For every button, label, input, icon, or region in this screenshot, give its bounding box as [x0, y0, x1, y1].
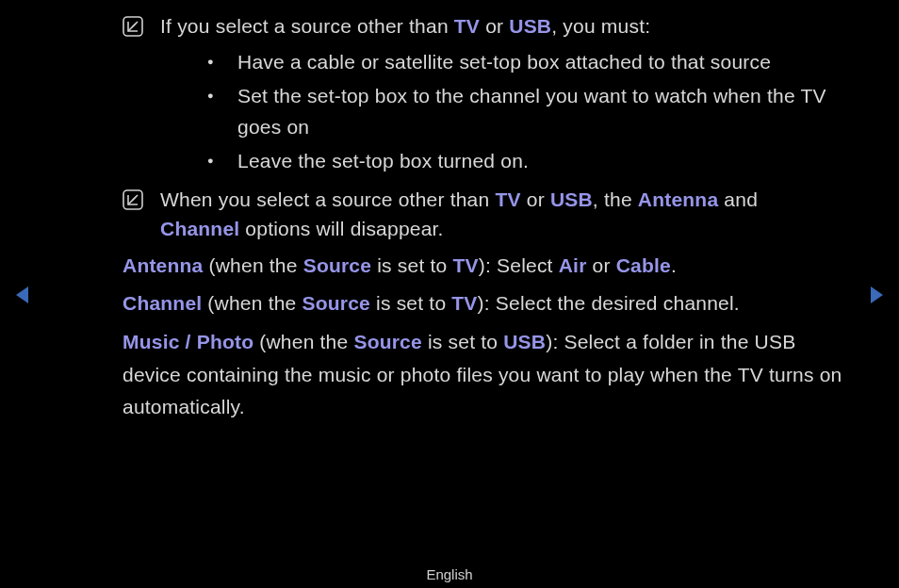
channel-tv: TV [451, 292, 477, 314]
music-p1: (when the [253, 331, 353, 352]
note1-pre: If you select a source other than [160, 15, 454, 37]
antenna-label: Antenna [123, 254, 203, 276]
language-indicator: English [0, 566, 899, 582]
antenna-p4: or [587, 254, 616, 276]
antenna-source: Source [303, 254, 371, 276]
help-content: If you select a source other than TV or … [0, 0, 899, 424]
antenna-p2: is set to [371, 254, 452, 276]
note2-antenna: Antenna [638, 188, 718, 210]
triangle-right-icon [867, 285, 886, 305]
note2-channel: Channel [160, 218, 239, 239]
next-page-button[interactable] [867, 285, 886, 309]
antenna-air: Air [559, 254, 587, 276]
music-photo-paragraph: Music / Photo (when the Source is set to… [123, 326, 842, 424]
list-item: Have a cable or satellite set-top box at… [207, 47, 842, 78]
note-icon [123, 15, 143, 36]
note2-mid2: , the [593, 188, 638, 210]
note-block-1: If you select a source other than TV or … [123, 11, 842, 181]
list-item: Leave the set-top box turned on. [207, 146, 842, 177]
antenna-p1: (when the [203, 254, 302, 276]
note2-mid3: and [718, 188, 758, 210]
triangle-left-icon [13, 285, 32, 305]
svg-line-2 [132, 24, 136, 27]
svg-marker-7 [871, 286, 883, 303]
note-text-2: When you select a source other than TV o… [160, 185, 842, 244]
bullet-list: Have a cable or satellite set-top box at… [160, 47, 842, 177]
previous-page-button[interactable] [13, 285, 32, 309]
note1-post: , you must: [551, 15, 650, 37]
antenna-cable: Cable [616, 254, 671, 276]
music-usb: USB [503, 331, 546, 352]
channel-paragraph: Channel (when the Source is set to TV): … [123, 287, 842, 320]
note-block-2: When you select a source other than TV o… [123, 185, 842, 244]
antenna-p3: ): Select [479, 254, 559, 276]
note2-pre: When you select a source other than [160, 188, 495, 210]
note2-usb: USB [550, 188, 593, 210]
note1-usb: USB [509, 15, 551, 37]
svg-line-5 [132, 197, 136, 201]
channel-p1: (when the [202, 292, 302, 314]
note1-tv: TV [454, 15, 480, 37]
list-item: Set the set-top box to the channel you w… [207, 81, 842, 142]
note-text-1: If you select a source other than TV or … [160, 11, 842, 181]
channel-source: Source [302, 292, 370, 314]
note2-tv: TV [495, 188, 520, 210]
antenna-paragraph: Antenna (when the Source is set to TV): … [123, 250, 842, 283]
note2-mid1: or [521, 188, 550, 210]
svg-marker-6 [16, 286, 28, 303]
note2-post: options will disappear. [239, 218, 443, 239]
channel-p3: ): Select the desired channel. [478, 292, 740, 314]
channel-label: Channel [123, 292, 202, 314]
note-icon [123, 188, 143, 209]
channel-p2: is set to [370, 292, 451, 314]
music-source: Source [353, 331, 421, 352]
note1-mid1: or [480, 15, 509, 37]
antenna-tv: TV [452, 254, 478, 276]
antenna-p5: . [671, 254, 677, 276]
music-label: Music / Photo [123, 331, 253, 352]
music-p2: is set to [422, 331, 503, 352]
